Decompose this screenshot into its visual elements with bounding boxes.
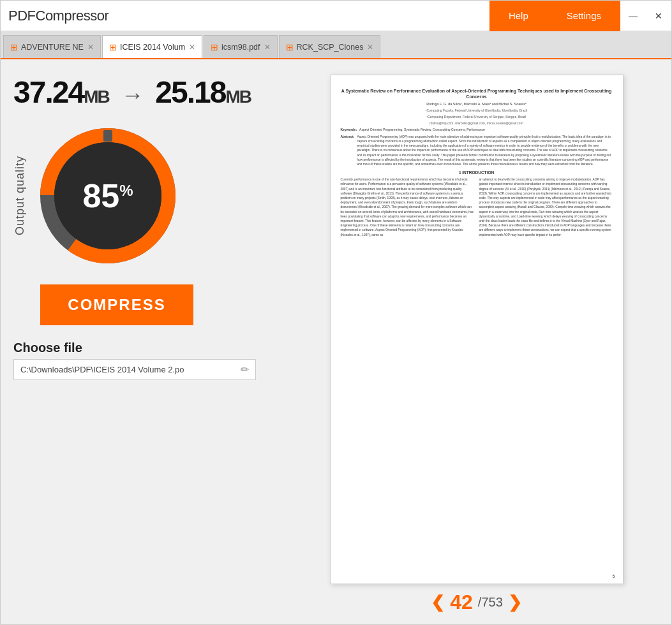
choose-file-label: Choose file — [13, 341, 281, 355]
pdf-abstract-label: Abstract: — [341, 135, 355, 166]
donut-chart[interactable]: 85% — [34, 122, 181, 269]
pdf-section1-title: 1 INTRODUCTION — [341, 170, 613, 175]
output-quality-label: Output quality — [13, 156, 27, 235]
pdf-content: A Systematic Review on Performance Evalu… — [341, 88, 613, 237]
original-size: 37.24 — [13, 75, 84, 109]
file-size-display: 37.24MB → 25.18MB — [13, 75, 281, 110]
help-button[interactable]: Help — [489, 1, 548, 31]
settings-button[interactable]: Settings — [548, 1, 620, 31]
tab-rck-close[interactable]: ✕ — [367, 43, 373, 52]
pdf-abstract-text: Aspect Oriented Programming (AOP) was pr… — [357, 135, 612, 166]
quality-suffix: % — [119, 182, 133, 199]
compressed-size: 25.18 — [155, 75, 225, 109]
page-navigation: ❮ 42 /753 ❯ — [431, 591, 522, 614]
original-unit: MB — [84, 87, 109, 107]
title-bar-nav: Help Settings — [489, 1, 620, 31]
pdf-authors: Rodrigo F. G. da Silva¹, Marcello A. Mai… — [341, 102, 613, 107]
tab-pdf-icon-3: ⊞ — [211, 42, 218, 52]
pdf-abstract-row: Abstract: Aspect Oriented Programming (A… — [341, 135, 613, 166]
pdf-keywords-label: Keywords: — [341, 128, 357, 132]
tab-pdf-icon-2: ⊞ — [109, 42, 117, 52]
tab-adventure-close[interactable]: ✕ — [87, 43, 94, 52]
pdf-affil2: ²Computing Department, Federal Universit… — [341, 115, 613, 119]
logo-pdf: PDF — [8, 8, 36, 24]
pdf-two-col: Currently, performance is one of the non… — [341, 177, 613, 237]
quality-percentage: 85% — [82, 177, 133, 215]
app-window: PDFCompressor Help Settings — ✕ ⊞ ADVENT… — [0, 0, 672, 625]
tab-pdf-icon-1: ⊞ — [10, 42, 18, 52]
tab-icsm98-close[interactable]: ✕ — [264, 43, 271, 52]
app-logo: PDFCompressor — [8, 8, 108, 24]
right-panel: A Systematic Review on Performance Evalu… — [294, 75, 659, 614]
logo-rest: Compressor — [36, 8, 109, 24]
tab-icsm98[interactable]: ⊞ icsm98.pdf ✕ — [204, 35, 277, 58]
pdf-keywords-row: Keywords: Aspect Oriented Programming, S… — [341, 128, 613, 132]
file-path: C:\Downloads\PDF\ICEIS 2014 Volume 2.po — [20, 365, 241, 374]
tab-pdf-icon-4: ⊞ — [286, 42, 294, 52]
pdf-col2: an attempt to deal with the crosscutting… — [479, 177, 613, 237]
compressed-unit: MB — [225, 87, 251, 107]
tab-iceis-close[interactable]: ✕ — [189, 43, 195, 52]
size-arrow: → — [121, 82, 143, 108]
pdf-preview: A Systematic Review on Performance Evalu… — [330, 75, 623, 584]
pdf-affil1: ¹Computing Faculty, Federal University o… — [341, 108, 613, 113]
tab-adventure-label: ADVENTURE NE — [21, 43, 84, 52]
minimize-button[interactable]: — — [620, 1, 646, 31]
tab-adventure[interactable]: ⊞ ADVENTURE NE ✕ — [3, 35, 101, 58]
tab-rck-label: RCK_SCP_Clones — [297, 43, 364, 52]
title-bar: PDFCompressor Help Settings — ✕ — [1, 1, 671, 31]
tab-iceis-label: ICEIS 2014 Volum — [120, 43, 185, 52]
pdf-keywords-text: Aspect Oriented Programming, Systematic … — [359, 128, 485, 132]
compress-button[interactable]: COMPRESS — [40, 284, 193, 325]
pdf-affil3: rdsilva@mq.com, marcello@gmail.com, mics… — [341, 121, 613, 126]
page-current: 42 — [450, 591, 473, 614]
edit-icon[interactable]: ✏ — [241, 364, 249, 376]
page-separator-total: /753 — [478, 595, 503, 610]
page-prev-button[interactable]: ❮ — [431, 592, 445, 612]
pdf-title: A Systematic Review on Performance Evalu… — [341, 88, 613, 99]
tab-bar: ⊞ ADVENTURE NE ✕ ⊞ ICEIS 2014 Volum ✕ ⊞ … — [1, 31, 671, 59]
pdf-col1: Currently, performance is one of the non… — [341, 177, 474, 237]
title-bar-left: PDFCompressor — [8, 8, 108, 24]
file-input-row: C:\Downloads\PDF\ICEIS 2014 Volume 2.po … — [13, 359, 256, 380]
donut-area: Output quality — [13, 122, 281, 269]
tab-icsm98-label: icsm98.pdf — [221, 43, 260, 52]
left-panel: 37.24MB → 25.18MB Output quality — [13, 75, 281, 614]
tab-iceis[interactable]: ⊞ ICEIS 2014 Volum ✕ — [102, 35, 202, 58]
svg-rect-4 — [103, 130, 112, 142]
choose-file-section: Choose file C:\Downloads\PDF\ICEIS 2014 … — [13, 341, 281, 380]
window-controls: — ✕ — [620, 1, 671, 31]
quality-value: 85 — [82, 177, 119, 214]
pdf-page-number: 5 — [613, 574, 615, 578]
main-content: 37.24MB → 25.18MB Output quality — [1, 59, 671, 624]
tab-rck[interactable]: ⊞ RCK_SCP_Clones ✕ — [279, 35, 381, 58]
close-button[interactable]: ✕ — [646, 1, 671, 31]
page-total: 753 — [481, 595, 502, 609]
page-next-button[interactable]: ❯ — [508, 592, 522, 612]
